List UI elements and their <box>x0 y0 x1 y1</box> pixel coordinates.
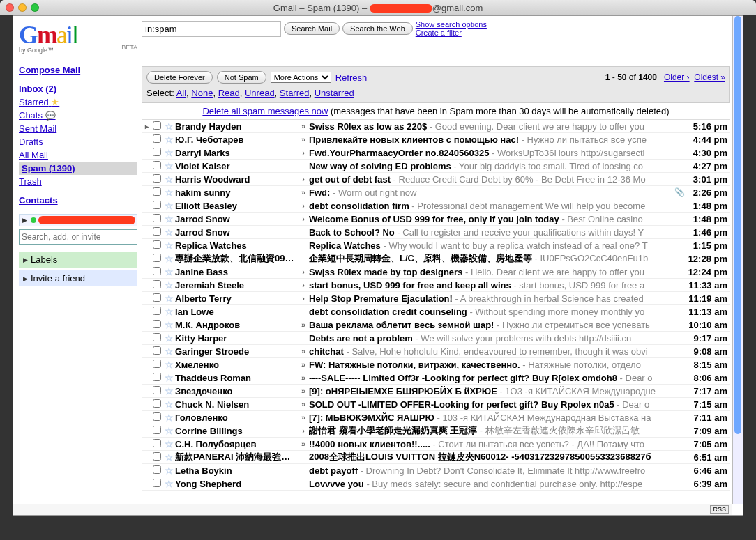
mail-row[interactable]: ☆М.К. Андроков»Ваша реклама облетит весь… <box>142 318 730 332</box>
select-checkbox[interactable] <box>151 134 162 145</box>
invite-friend-toggle[interactable]: ▶Invite a friend <box>19 270 137 286</box>
select-checkbox[interactable] <box>151 267 162 277</box>
labels-toggle[interactable]: ▶Labels <box>19 252 137 268</box>
select-checkbox[interactable] <box>151 174 162 185</box>
star-icon[interactable]: ☆ <box>162 240 175 251</box>
mail-row[interactable]: ☆Violet KaiserNew way of solving ED prob… <box>142 160 730 173</box>
mail-row[interactable]: ☆Garinger Stroede»chitchat - Salve, Hohe… <box>142 345 730 358</box>
refresh-link[interactable]: Refresh <box>335 72 368 83</box>
horizontal-scrollbar[interactable] <box>13 504 732 515</box>
vertical-scrollbar[interactable] <box>732 16 743 504</box>
select-checkbox[interactable] <box>151 240 162 251</box>
mail-row[interactable]: ☆Letha Boykindebt payoff - Drowning In D… <box>142 464 730 477</box>
star-icon[interactable]: ☆ <box>162 425 175 436</box>
search-web-button[interactable]: Search the Web <box>342 22 413 35</box>
mail-row[interactable]: ☆Chuck N. Nielsen»SOLD OUT -LIMITED OFFE… <box>142 398 730 411</box>
search-mail-button[interactable]: Search Mail <box>284 22 340 35</box>
rss-badge[interactable]: RSS <box>710 505 729 514</box>
mail-row[interactable]: ☆Corrine Billings›謝怡君 窺看小學老師走光漏奶真爽 王冠淳 -… <box>142 424 730 438</box>
mail-row[interactable]: ☆專辦企業放款、北信融資0987-企業短中長期周轉金、L/C、原料、機器設備、房… <box>142 252 730 265</box>
nav-starred[interactable]: Starred ★ <box>19 95 137 109</box>
select-checkbox[interactable] <box>151 426 162 436</box>
chat-user-chip[interactable]: ▶ <box>19 214 137 226</box>
select-checkbox[interactable] <box>151 293 162 304</box>
mail-row[interactable]: ☆Replica WatchesReplica Watches - Why wo… <box>142 239 730 252</box>
nav-spam[interactable]: Spam (1390) <box>19 162 137 175</box>
star-icon[interactable]: ☆ <box>162 478 175 489</box>
nav-trash[interactable]: Trash <box>19 175 137 188</box>
star-icon[interactable]: ☆ <box>162 266 175 277</box>
star-icon[interactable]: ☆ <box>162 332 175 344</box>
oldest-link[interactable]: Oldest » <box>694 72 725 82</box>
select-checkbox[interactable] <box>151 439 162 449</box>
mail-row[interactable]: ☆Thaddeus Roman»----SALE----- Limited Of… <box>142 371 730 385</box>
delete-forever-button[interactable]: Delete Forever <box>146 71 213 84</box>
zoom-icon[interactable] <box>31 3 39 12</box>
star-icon[interactable]: ☆ <box>162 226 175 238</box>
select-read[interactable]: Read <box>218 88 240 98</box>
star-icon[interactable]: ☆ <box>162 306 175 317</box>
star-icon[interactable]: ☆ <box>162 399 175 410</box>
select-checkbox[interactable] <box>151 479 162 489</box>
star-icon[interactable]: ☆ <box>162 213 175 224</box>
star-icon[interactable]: ☆ <box>162 253 175 264</box>
mail-row[interactable]: ☆Хмеленко»FW: Натяжные потолки, витражи,… <box>142 358 730 371</box>
select-checkbox[interactable] <box>151 333 162 344</box>
select-checkbox[interactable] <box>151 452 162 463</box>
chat-search-input[interactable] <box>19 229 137 245</box>
mail-row[interactable]: ☆Звездоченко»[9]: оНЯРЕIЫЕМХЕ БШЯРЮБЙХ Б… <box>142 385 730 398</box>
select-checkbox[interactable] <box>151 373 162 383</box>
nav-inbox[interactable]: Inbox (2) <box>19 82 137 95</box>
mail-row[interactable]: ☆Головленко»[7]: МЬВЮКЭМХЙС ЯАШРЮ - 103 … <box>142 411 730 424</box>
select-unread[interactable]: Unread <box>245 88 275 98</box>
nav-chats[interactable]: Chats 💬 <box>19 109 137 122</box>
mail-row[interactable]: ☆Kitty HarperDebts are not a problem - W… <box>142 332 730 345</box>
star-icon[interactable]: ☆ <box>162 147 175 158</box>
select-checkbox[interactable] <box>151 187 162 198</box>
select-none[interactable]: None <box>191 88 213 98</box>
star-icon[interactable]: ☆ <box>162 279 175 291</box>
mail-row[interactable]: ☆Jeremiah Steele›start bonus, USD 999 fo… <box>142 279 730 292</box>
select-checkbox[interactable] <box>151 399 162 410</box>
mail-row[interactable]: ☆Alberto Terry›Help Stop Premature Ejacu… <box>142 292 730 305</box>
not-spam-button[interactable]: Not Spam <box>217 71 266 84</box>
mail-row[interactable]: ☆Ю.Г. Чеботарев»Привлекайте новых клиент… <box>142 133 730 146</box>
minimize-icon[interactable] <box>18 3 27 12</box>
star-icon[interactable]: ☆ <box>162 372 175 383</box>
mail-row[interactable]: ☆Ian Lowedebt consolidation credit couns… <box>142 305 730 318</box>
nav-contacts[interactable]: Contacts <box>19 194 137 207</box>
mail-row[interactable]: ☆Jarrod SnowBack to School? No - Call to… <box>142 226 730 239</box>
star-icon[interactable]: ☆ <box>162 160 175 171</box>
mail-row[interactable]: ☆Darryl Marks›Fwd.YourPharmaacyOrder no.… <box>142 146 730 160</box>
star-icon[interactable]: ☆ <box>162 319 175 330</box>
star-icon[interactable]: ☆ <box>162 134 175 145</box>
mail-row[interactable]: ☆С.Н. Полубоярцев»!!4000 новых клиентов!… <box>142 438 730 451</box>
show-search-options-link[interactable]: Show search options <box>416 20 487 29</box>
select-checkbox[interactable] <box>151 148 162 158</box>
select-checkbox[interactable] <box>151 346 162 357</box>
star-icon[interactable]: ☆ <box>162 121 175 132</box>
close-icon[interactable] <box>6 3 14 12</box>
mail-row[interactable]: ☆新款PANERAI 沛納海最強匠心2008全球推出LOUIS VUITTON … <box>142 451 730 464</box>
mail-row[interactable]: ☆Janine Bass›Sw|ss R0lex made by top des… <box>142 265 730 279</box>
create-filter-link[interactable]: Create a filter <box>416 29 487 37</box>
select-checkbox[interactable] <box>151 214 162 224</box>
nav-drafts[interactable]: Drafts <box>19 135 137 148</box>
star-icon[interactable]: ☆ <box>162 293 175 304</box>
compose-mail-link[interactable]: Compose Mail <box>19 63 137 77</box>
mail-row[interactable]: ▸☆Brandy Hayden»Swiss R0lex as low as 22… <box>142 120 730 133</box>
star-icon[interactable]: ☆ <box>162 346 175 357</box>
star-icon[interactable]: ☆ <box>162 385 175 396</box>
select-checkbox[interactable] <box>151 360 162 370</box>
delete-all-spam-link[interactable]: Delete all spam messages now <box>202 106 328 116</box>
more-actions-select[interactable]: More Actions <box>271 72 331 83</box>
mail-row[interactable]: ☆Harris Woodward›get out of debt fast - … <box>142 173 730 186</box>
select-checkbox[interactable] <box>151 320 162 330</box>
star-icon[interactable]: ☆ <box>162 173 175 185</box>
older-link[interactable]: Older › <box>664 72 690 82</box>
nav-sent[interactable]: Sent Mail <box>19 122 137 135</box>
select-checkbox[interactable] <box>151 412 162 423</box>
select-unstarred[interactable]: Unstarred <box>315 88 354 98</box>
select-all[interactable]: All <box>176 88 186 98</box>
star-icon[interactable]: ☆ <box>162 187 175 198</box>
